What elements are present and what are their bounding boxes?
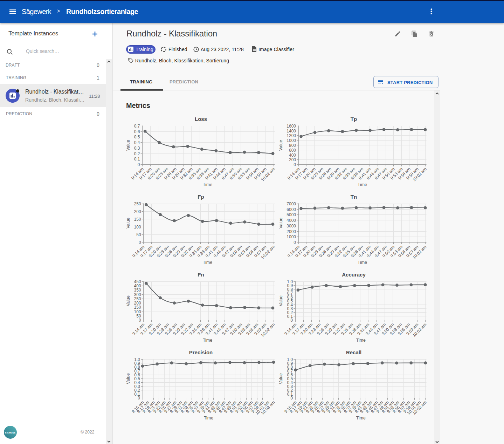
svg-text:Value: Value [278,295,283,306]
svg-text:0: 0 [139,318,141,323]
svg-text:0.3: 0.3 [134,146,140,151]
svg-text:Value: Value [126,295,131,306]
svg-text:800: 800 [289,143,296,148]
svg-text:Fn: Fn [198,272,204,278]
svg-text:Value: Value [278,218,283,228]
svg-text:200: 200 [134,301,141,306]
svg-text:1000: 1000 [286,234,296,239]
svg-text:250: 250 [134,201,141,206]
svg-text:0.7: 0.7 [134,124,140,129]
svg-text:2000: 2000 [286,229,296,234]
svg-text:Time: Time [356,416,366,421]
svg-text:Precision: Precision [189,349,213,355]
svg-text:0.1: 0.1 [134,157,140,162]
svg-text:0: 0 [294,162,296,167]
svg-text:100: 100 [134,225,141,230]
svg-text:Fp: Fp [198,194,204,200]
svg-text:0: 0 [294,240,296,245]
svg-text:0: 0 [138,162,140,167]
svg-text:Time: Time [356,338,366,343]
svg-text:7000: 7000 [286,201,296,206]
svg-text:Accuracy: Accuracy [342,272,366,278]
svg-text:1.0: 1.0 [134,357,140,362]
svg-text:1.0: 1.0 [287,279,293,284]
svg-text:Tn: Tn [351,194,357,200]
svg-text:Time: Time [203,260,212,265]
svg-text:Time: Time [358,182,367,187]
svg-text:Time: Time [203,182,212,187]
svg-text:1000: 1000 [286,138,296,143]
svg-text:200: 200 [289,157,296,162]
svg-text:Time: Time [203,338,212,343]
svg-text:Value: Value [126,373,131,384]
svg-text:4000: 4000 [286,218,296,223]
svg-text:350: 350 [134,288,141,293]
svg-text:0: 0 [139,240,141,245]
svg-text:SIEMENS: SIEMENS [5,431,16,434]
svg-text:1600: 1600 [286,124,296,129]
svg-text:Time: Time [204,416,213,421]
svg-text:600: 600 [289,148,296,153]
svg-text:0.6: 0.6 [134,129,140,134]
svg-text:5000: 5000 [286,212,296,217]
svg-text:Loss: Loss [195,116,207,122]
svg-text:6000: 6000 [286,207,296,212]
svg-text:200: 200 [134,209,141,214]
svg-text:Value: Value [278,373,283,384]
svg-text:Value: Value [126,218,131,228]
svg-text:1400: 1400 [286,129,296,134]
svg-text:0.2: 0.2 [134,151,140,156]
svg-text:3000: 3000 [286,224,296,228]
svg-text:Recall: Recall [346,349,361,355]
svg-text:Tp: Tp [351,116,357,122]
svg-text:0.4: 0.4 [134,140,140,145]
svg-text:1200: 1200 [286,133,296,138]
svg-text:150: 150 [134,217,141,222]
svg-text:0.5: 0.5 [134,135,140,139]
svg-text:Time: Time [358,260,367,265]
svg-text:50: 50 [136,232,141,237]
svg-text:100: 100 [134,309,141,314]
svg-text:450: 450 [134,279,141,284]
svg-text:250: 250 [134,296,141,301]
svg-text:300: 300 [134,292,141,297]
svg-text:Value: Value [126,140,131,151]
svg-text:150: 150 [134,305,141,310]
svg-text:400: 400 [134,284,141,288]
svg-text:50: 50 [136,314,141,319]
svg-text:400: 400 [289,153,296,158]
svg-text:Value: Value [278,140,283,151]
svg-text:1.0: 1.0 [287,357,293,362]
